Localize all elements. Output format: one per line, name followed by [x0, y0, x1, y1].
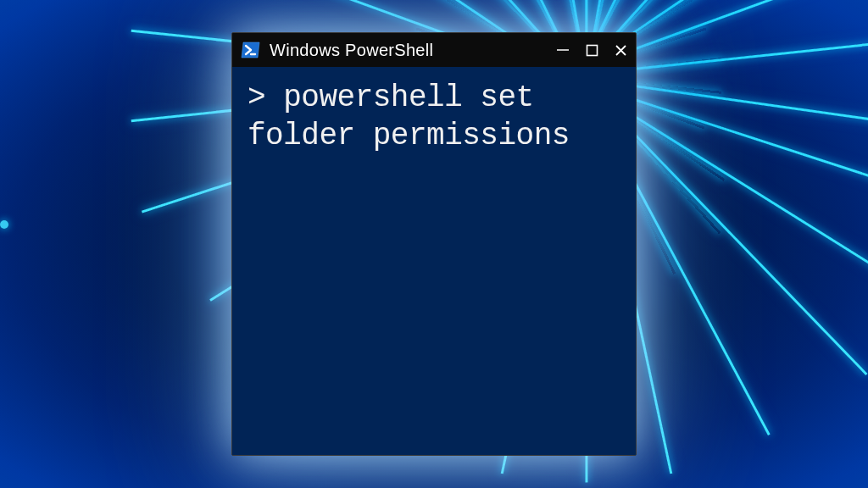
terminal-body[interactable]: > powershell set folder permissions — [232, 67, 636, 455]
window-controls — [554, 42, 629, 58]
prompt-symbol: > — [248, 80, 283, 115]
window-titlebar[interactable]: Windows PowerShell — [232, 33, 636, 67]
command-text: powershell set folder permissions — [248, 80, 570, 153]
maximize-button[interactable] — [583, 42, 600, 58]
svg-rect-2 — [587, 45, 597, 55]
powershell-window-glow: Windows PowerShell > powershell set fold… — [231, 32, 637, 456]
close-button[interactable] — [612, 42, 629, 58]
minimize-button[interactable] — [554, 42, 571, 58]
powershell-window: Windows PowerShell > powershell set fold… — [231, 32, 637, 456]
powershell-icon — [241, 40, 261, 60]
window-title: Windows PowerShell — [270, 41, 546, 60]
